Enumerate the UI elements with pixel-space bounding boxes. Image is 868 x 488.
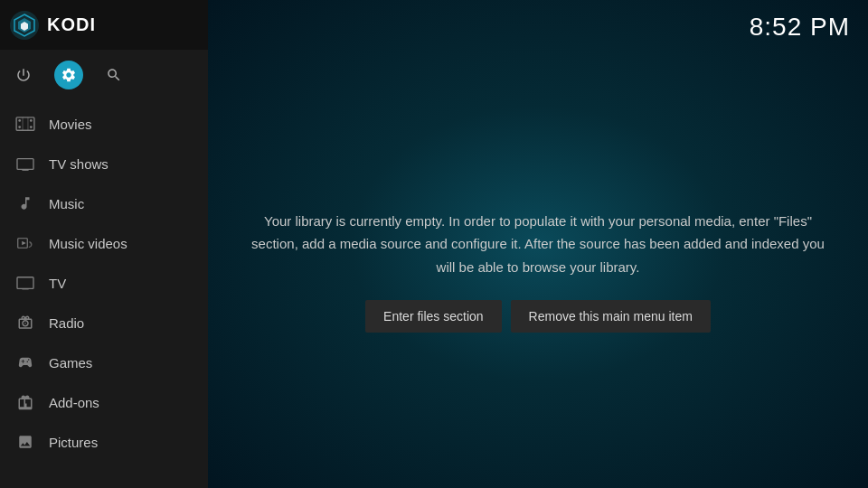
empty-library-message: Your library is currently empty. In orde… (244, 210, 832, 333)
action-buttons: Enter files section Remove this main men… (244, 300, 832, 333)
radio-label: Radio (49, 315, 84, 331)
addons-label: Add-ons (49, 395, 99, 410)
sidebar-item-tvshows[interactable]: TV shows (0, 144, 208, 183)
content-area: Your library is currently empty. In orde… (208, 54, 868, 488)
tv-label: TV (49, 276, 66, 291)
app-title: KODI (47, 14, 199, 35)
clock-display: 8:52 PM (731, 0, 868, 54)
svg-rect-16 (17, 277, 33, 289)
movies-icon (14, 113, 36, 135)
pictures-label: Pictures (49, 435, 98, 450)
sidebar-item-addons[interactable]: Add-ons (0, 382, 208, 422)
svg-point-7 (30, 119, 33, 122)
svg-rect-11 (17, 159, 33, 170)
svg-marker-15 (22, 241, 26, 246)
musicvideos-label: Music videos (49, 236, 127, 251)
movies-label: Movies (49, 117, 92, 132)
svg-rect-10 (27, 117, 28, 130)
sidebar-item-tv[interactable]: TV (0, 263, 208, 303)
radio-icon (14, 312, 36, 333)
music-icon (14, 192, 36, 214)
sidebar-item-music[interactable]: Music (0, 183, 208, 223)
settings-button[interactable] (54, 61, 83, 89)
top-icon-bar (0, 50, 208, 100)
games-icon (14, 352, 36, 373)
message-text: Your library is currently empty. In orde… (244, 210, 832, 279)
sidebar-item-radio[interactable]: Radio (0, 303, 208, 343)
tvshows-label: TV shows (49, 156, 108, 172)
sidebar-item-games[interactable]: Games (0, 343, 208, 382)
pictures-icon (14, 431, 36, 453)
svg-point-6 (18, 126, 21, 128)
svg-rect-4 (16, 117, 34, 130)
svg-rect-9 (22, 117, 23, 130)
power-button[interactable] (9, 61, 38, 89)
kodi-logo-icon (9, 10, 40, 41)
app-header: KODI (0, 0, 208, 50)
remove-menu-item-button[interactable]: Remove this main menu item (511, 300, 711, 333)
tvshows-icon (14, 153, 36, 174)
enter-files-button[interactable]: Enter files section (365, 300, 502, 333)
svg-point-5 (18, 119, 21, 122)
main-content: 8:52 PM Your library is currently empty.… (208, 0, 868, 488)
sidebar-item-musicvideos[interactable]: Music videos (0, 223, 208, 263)
search-button[interactable] (99, 61, 128, 89)
nav-menu: Movies TV shows Music (0, 100, 208, 488)
sidebar-item-movies[interactable]: Movies (0, 104, 208, 144)
tv-icon (14, 272, 36, 294)
sidebar-item-pictures[interactable]: Pictures (0, 422, 208, 462)
music-label: Music (49, 196, 84, 211)
sidebar: KODI (0, 0, 208, 488)
addons-icon (14, 391, 36, 413)
games-label: Games (49, 355, 92, 371)
musicvideos-icon (14, 232, 36, 254)
svg-point-8 (30, 126, 33, 128)
